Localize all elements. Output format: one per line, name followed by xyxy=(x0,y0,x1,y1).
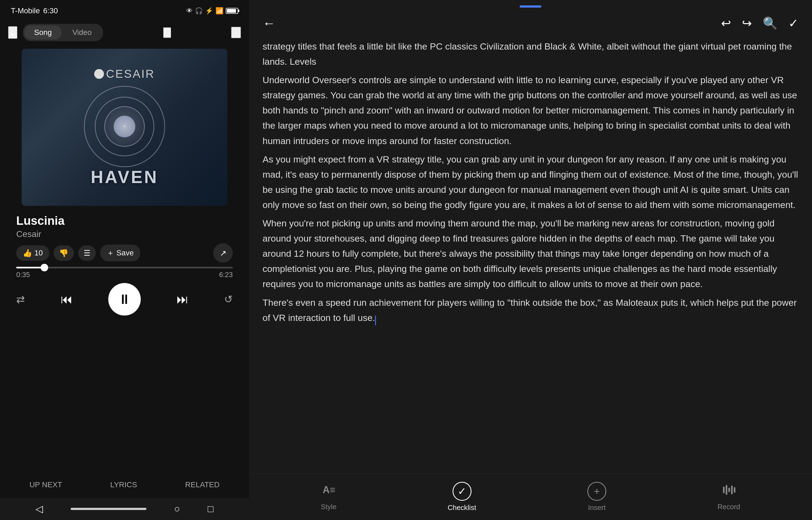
album-logo: CESAIR xyxy=(94,68,155,80)
bottom-progress-indicator xyxy=(71,508,146,510)
music-player-panel: T-Mobile 6:30 👁 🎧 ⚡ 📶 ⌄ Song Video ⊡ ⋮ xyxy=(0,0,249,520)
svg-rect-2 xyxy=(726,485,727,495)
doc-paragraph-1: strategy titles that feels a little bit … xyxy=(262,39,799,69)
status-bar: T-Mobile 6:30 👁 🎧 ⚡ 📶 xyxy=(0,0,249,22)
song-artist: Cesair xyxy=(16,229,65,239)
song-text: Luscinia Cesair xyxy=(16,214,65,239)
doc-paragraph-5: There's even a speed run achievement for… xyxy=(262,295,799,325)
nav-left: ⌄ Song Video xyxy=(8,24,103,41)
prev-button[interactable]: ⏮ xyxy=(61,292,73,306)
status-right: 👁 🎧 ⚡ 📶 xyxy=(186,7,238,15)
doc-paragraph-4: When you're not picking up units and mov… xyxy=(262,215,799,291)
like-button[interactable]: 👍 10 xyxy=(16,245,49,261)
svg-rect-3 xyxy=(728,488,730,492)
tab-video[interactable]: Video xyxy=(62,25,101,40)
document-header: ← ↩ ↪ 🔍 ✓ xyxy=(249,13,812,36)
insert-icon: + xyxy=(587,482,606,501)
style-label: Style xyxy=(321,503,336,511)
cast-button[interactable]: ⊡ xyxy=(163,27,171,38)
playback-controls: ⇄ ⏮ ⏸ ⏭ ↺ xyxy=(0,280,249,318)
tab-song[interactable]: Song xyxy=(24,25,61,40)
repeat-button[interactable]: ↺ xyxy=(224,293,233,305)
song-info: Luscinia Cesair xyxy=(0,211,249,240)
like-count: 10 xyxy=(34,249,43,257)
save-label: Save xyxy=(116,249,134,257)
svg-rect-1 xyxy=(723,487,725,493)
next-button[interactable]: ⏭ xyxy=(176,292,188,306)
document-panel: ← ↩ ↪ 🔍 ✓ strategy titles that feels a l… xyxy=(249,0,812,520)
checklist-label: Checklist xyxy=(448,503,476,512)
doc-paragraph-3: As you might expect from a VR strategy t… xyxy=(262,152,799,212)
tab-up-next[interactable]: UP NEXT xyxy=(24,478,68,491)
svg-rect-5 xyxy=(734,487,735,493)
back-button[interactable]: ← xyxy=(262,16,276,31)
back-nav-button[interactable]: ◁ xyxy=(35,503,43,515)
document-toolbar: A≡ Style ✓ Checklist + Insert xyxy=(249,473,812,520)
redo-button[interactable]: ↪ xyxy=(742,16,752,30)
shuffle-button[interactable]: ⇄ xyxy=(16,293,25,305)
doc-paragraph-2: Underworld Overseer's controls are simpl… xyxy=(262,72,799,148)
collapse-button[interactable]: ⌄ xyxy=(8,26,17,39)
progress-track[interactable] xyxy=(16,267,233,268)
tab-related[interactable]: RELATED xyxy=(180,478,225,491)
home-nav-button[interactable]: ○ xyxy=(174,503,180,515)
progress-container[interactable]: 0:35 6:23 xyxy=(0,265,249,280)
album-art: CESAIR ✦ HAVEN xyxy=(22,49,227,206)
record-label: Record xyxy=(718,503,740,511)
player-top-nav: ⌄ Song Video ⊡ ⋮ xyxy=(0,22,249,43)
dislike-button[interactable]: 👎 xyxy=(54,245,74,261)
album-art-container: CESAIR ✦ HAVEN xyxy=(0,43,249,211)
carrier-label: T-Mobile xyxy=(11,6,40,15)
pause-button[interactable]: ⏸ xyxy=(108,283,141,315)
record-tool-button[interactable]: Record xyxy=(718,483,740,511)
battery-indicator xyxy=(226,8,238,14)
ring-inner xyxy=(104,106,145,147)
progress-knob[interactable] xyxy=(40,264,48,271)
style-icon: A≡ xyxy=(321,483,336,500)
checklist-icon: ✓ xyxy=(453,482,472,501)
save-button[interactable]: ＋ Save xyxy=(100,244,140,261)
total-time: 6:23 xyxy=(219,270,233,279)
queue-icon: ☰ xyxy=(84,249,90,258)
album-logo-text: CESAIR xyxy=(106,68,155,80)
share-icon: ↗ xyxy=(220,249,227,258)
action-buttons: 👍 10 👎 ☰ ＋ Save ↗ xyxy=(0,240,249,265)
headphone-icon: 🎧 xyxy=(195,7,203,15)
queue-button[interactable]: ☰ xyxy=(78,245,96,261)
recent-nav-button[interactable]: □ xyxy=(207,503,214,515)
bottom-nav: ◁ ○ □ xyxy=(0,498,249,520)
tab-lyrics[interactable]: LYRICS xyxy=(105,478,142,491)
record-icon xyxy=(722,483,736,500)
svg-text:A≡: A≡ xyxy=(323,484,335,495)
check-button[interactable]: ✓ xyxy=(788,16,799,30)
search-button[interactable]: 🔍 xyxy=(763,16,778,30)
top-pill xyxy=(520,5,541,7)
time-row: 0:35 6:23 xyxy=(16,270,233,279)
album-art-inner: CESAIR ✦ HAVEN xyxy=(81,68,168,187)
current-time: 0:35 xyxy=(16,270,30,279)
share-button[interactable]: ↗ xyxy=(213,243,233,263)
document-content: strategy titles that feels a little bit … xyxy=(249,36,812,473)
time-label: 6:30 xyxy=(43,6,58,15)
progress-fill xyxy=(16,267,45,268)
wifi-icon: 📶 xyxy=(216,7,224,15)
style-tool-button[interactable]: A≡ Style xyxy=(321,483,336,511)
header-actions: ↩ ↪ 🔍 ✓ xyxy=(721,16,799,30)
more-options-button[interactable]: ⋮ xyxy=(231,27,241,38)
content-tabs: UP NEXT LYRICS RELATED xyxy=(0,472,249,498)
save-icon: ＋ xyxy=(107,248,114,258)
thumbs-down-icon: 👎 xyxy=(59,249,68,258)
thumbs-up-icon: 👍 xyxy=(23,249,32,258)
eye-icon: 👁 xyxy=(186,7,193,15)
checklist-tool-button[interactable]: ✓ Checklist xyxy=(448,482,476,512)
bluetooth-icon: ⚡ xyxy=(205,7,213,15)
insert-tool-button[interactable]: + Insert xyxy=(587,482,606,512)
status-left: T-Mobile 6:30 xyxy=(11,6,58,15)
svg-rect-4 xyxy=(731,486,733,494)
battery-fill xyxy=(227,9,236,13)
top-pill-indicator xyxy=(249,0,812,13)
undo-button[interactable]: ↩ xyxy=(721,16,731,30)
album-ring-container: ✦ xyxy=(81,83,168,170)
song-video-tabs: Song Video xyxy=(23,24,103,41)
album-title-art: HAVEN xyxy=(91,167,158,187)
